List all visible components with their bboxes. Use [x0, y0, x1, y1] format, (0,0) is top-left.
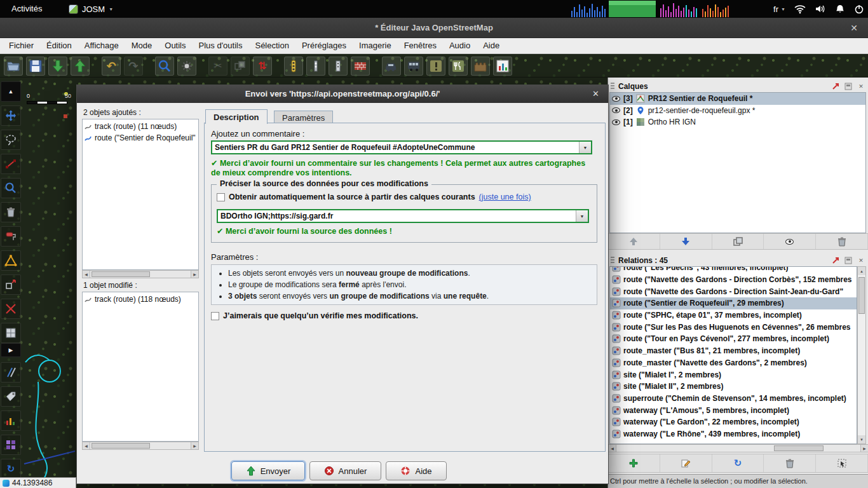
keyboard-layout-button[interactable]: fr ▼: [773, 4, 785, 14]
relation-list-item[interactable]: route ("Tour en Pays Cévenol", 277 membr…: [610, 333, 857, 345]
clock-button[interactable]: dim. 1 sept. 20:07●: [0, 0, 868, 18]
horizontal-scrollbar[interactable]: ◀ ▶: [608, 444, 868, 452]
save-button[interactable]: [26, 57, 45, 76]
app-menu-button[interactable]: JOSM ▼: [64, 0, 118, 18]
zoom-selection-button[interactable]: [155, 57, 174, 76]
lasso-tool[interactable]: [1, 130, 21, 150]
relation-list-item[interactable]: route ("Navette des Gardons - Direction …: [610, 274, 857, 286]
upload-button[interactable]: Envoyer: [231, 461, 305, 480]
scrollbar-thumb[interactable]: [92, 443, 150, 449]
dock-icon[interactable]: [844, 82, 853, 91]
follow-line-tool[interactable]: ↻: [1, 459, 21, 479]
wall-preset-button[interactable]: [351, 57, 370, 76]
add-relation-button[interactable]: [608, 454, 660, 472]
tab-parametres[interactable]: Paramètres: [274, 111, 333, 124]
list-item[interactable]: route ("Sentier de Roquefeuil": [84, 132, 197, 144]
upload-dialog-close-button[interactable]: ✕: [592, 85, 599, 103]
undo-button[interactable]: ↶: [102, 57, 121, 76]
layers-list[interactable]: [3] PR12 Sentier de Roquefeuil * [2] pr1…: [609, 92, 866, 233]
sticky-icon[interactable]: [831, 82, 840, 91]
relation-list-item[interactable]: route ("Navette des Gardons - Direction …: [610, 285, 857, 297]
activities-button[interactable]: Activités: [5, 0, 48, 18]
move-layer-down-button[interactable]: [660, 234, 712, 249]
scroll-down-icon[interactable]: ▼: [858, 435, 865, 444]
changeset-comment-combobox[interactable]: Sentiers PR du Gard PR12 Sentier de Roqu…: [211, 140, 592, 154]
building-tool[interactable]: [1, 323, 21, 343]
added-objects-list[interactable]: track (route) (11 nœuds) route ("Sentier…: [82, 119, 199, 270]
combine-way-button[interactable]: [231, 57, 250, 76]
menu-audio[interactable]: Audio: [443, 38, 477, 53]
relation-list-item[interactable]: route_master ("Navette des Gardons", 2 m…: [610, 357, 857, 369]
visibility-eye-icon[interactable]: [612, 119, 620, 125]
car-preset-button[interactable]: [382, 57, 401, 76]
draw-tool[interactable]: [1, 154, 21, 174]
upload-data-button[interactable]: [71, 57, 90, 76]
chevron-down-icon[interactable]: ▼: [579, 142, 591, 153]
scroll-right-icon[interactable]: ▶: [191, 271, 198, 278]
split-way-button[interactable]: ✂: [208, 57, 227, 76]
delete-tool[interactable]: [1, 202, 21, 222]
horizontal-scrollbar[interactable]: ◀ ▶: [82, 442, 199, 450]
visibility-eye-icon[interactable]: [612, 96, 620, 102]
relation-list-item[interactable]: waterway ("Le Rhône", 439 membres, incom…: [610, 428, 857, 440]
delete-layer-button[interactable]: [816, 234, 868, 249]
open-button[interactable]: [4, 57, 23, 76]
modified-objects-list[interactable]: track (route) (118 nœuds): [82, 292, 199, 442]
tag-tool[interactable]: [1, 386, 21, 407]
menu-selection[interactable]: Sélection: [248, 38, 295, 53]
changeset-source-value[interactable]: BDOrtho IGN;https://sig.gard.fr: [218, 210, 576, 222]
scroll-right-icon[interactable]: ▶: [191, 442, 198, 449]
redo-button[interactable]: ↷: [124, 57, 143, 76]
relation-list-item[interactable]: route_master ("Bus 81", 21 membres, inco…: [610, 345, 857, 357]
relation-list-item[interactable]: superroute ("Chemin de Stevenson", 14 me…: [610, 393, 857, 405]
chevron-down-icon[interactable]: ▼: [576, 210, 588, 222]
relations-list[interactable]: route ("Les Puechs", 43 membres, incompl…: [609, 266, 857, 444]
scroll-up-button[interactable]: ▲: [1, 81, 21, 102]
download-members-button[interactable]: ↻: [712, 454, 764, 472]
sticky-icon[interactable]: [831, 256, 840, 265]
milestone-preset-button[interactable]: [329, 57, 348, 76]
scrollbar-thumb[interactable]: [774, 445, 824, 451]
panel-close-icon[interactable]: ✕: [857, 82, 865, 91]
menu-plus-doutils[interactable]: Plus d'outils: [193, 38, 249, 53]
help-button[interactable]: Aide: [386, 461, 447, 480]
menu-outils[interactable]: Outils: [158, 38, 192, 53]
wifi-icon[interactable]: [794, 4, 806, 14]
list-item[interactable]: track (route) (118 nœuds): [84, 294, 197, 305]
changeset-comment-value[interactable]: Sentiers PR du Gard PR12 Sentier de Roqu…: [212, 142, 579, 153]
restaurant-preset-button[interactable]: [449, 57, 468, 76]
relation-list-item[interactable]: route ("Les Puechs", 43 membres, incompl…: [610, 266, 857, 274]
move-layer-up-button[interactable]: [608, 234, 660, 249]
scrollbar-thumb[interactable]: [92, 271, 150, 277]
zoom-tool[interactable]: [1, 178, 21, 198]
layer-row[interactable]: [3] PR12 Sentier de Roquefeuil *: [610, 93, 865, 105]
scroll-left-icon[interactable]: ◀: [83, 271, 90, 278]
menu-prereglages[interactable]: Préréglages: [295, 38, 353, 53]
volume-icon[interactable]: [815, 4, 826, 14]
scroll-left-icon[interactable]: ◀: [609, 445, 616, 452]
parallel-way-tool[interactable]: [1, 362, 21, 383]
hazard-preset-button[interactable]: [426, 57, 445, 76]
changeset-source-combobox[interactable]: BDOrtho IGN;https://sig.gard.fr ▼: [217, 209, 589, 223]
menu-imagerie[interactable]: Imagerie: [353, 38, 398, 53]
menu-edition[interactable]: Édition: [40, 38, 78, 53]
window-close-button[interactable]: ✕: [850, 18, 858, 38]
preferences-button[interactable]: [177, 57, 196, 76]
menu-mode[interactable]: Mode: [125, 38, 159, 53]
relation-list-item[interactable]: site ("Mialet II", 2 membres): [610, 381, 857, 393]
list-item[interactable]: track (route) (11 nœuds): [84, 121, 197, 132]
relation-list-item[interactable]: site ("Mialet I", 2 membres): [610, 369, 857, 381]
castle-preset-button[interactable]: [471, 57, 490, 76]
scroll-right-icon[interactable]: ▶: [860, 445, 868, 452]
menu-fenetres[interactable]: Fenêtres: [398, 38, 443, 53]
layer-row[interactable]: [1] Ortho HR IGN: [610, 116, 865, 128]
panel-drag-handle[interactable]: [611, 257, 614, 264]
relation-list-item[interactable]: waterway ("Le Gardon", 22 membres, incom…: [610, 416, 857, 428]
scroll-up-icon[interactable]: ▲: [858, 267, 865, 275]
scrollbar-thumb[interactable]: [858, 277, 865, 314]
vertical-scrollbar[interactable]: ▲ ▼: [857, 266, 866, 444]
relation-list-item[interactable]: route ("Sur les Pas des Huguenots en Cév…: [610, 321, 857, 333]
download-data-button[interactable]: [48, 57, 67, 76]
crossing-check-tool[interactable]: [1, 299, 21, 319]
review-request-checkbox[interactable]: [211, 312, 219, 320]
